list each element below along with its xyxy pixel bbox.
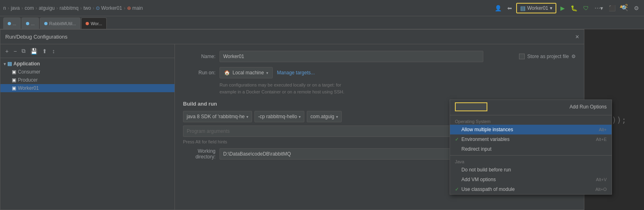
tab-1[interactable]: ... <box>22 17 39 29</box>
tree-item-worker01-label: Worker01 <box>18 85 39 91</box>
dialog-title-bar: Run/Debug Configurations × <box>0 30 584 44</box>
cp-dropdown[interactable]: -cp rabbitmq-hello ▾ <box>254 111 304 122</box>
cp-label: -cp rabbitmq-hello <box>258 114 297 119</box>
menu-item-no-build[interactable]: ✓ Do not build before run <box>450 165 612 175</box>
coverage-btn[interactable]: 🛡 <box>582 3 590 13</box>
back-btn[interactable]: ⬅ <box>506 3 514 13</box>
add-run-options-label: Add Run Options <box>570 104 607 110</box>
classpath-check-icon: ✓ <box>455 186 459 192</box>
sidebar: + − ⧉ 💾 ⬆ ↕ ▾ ▤ Application ▣ Consumer ▣ <box>0 44 175 210</box>
breadcrumb-n: n <box>3 5 6 11</box>
tab-0-icon <box>8 22 11 25</box>
store-as-project: Store as project file ⚙ <box>519 54 576 59</box>
tree-item-worker01[interactable]: ▣ Worker01 <box>0 84 174 92</box>
java-section-label: Java <box>450 157 612 165</box>
env-vars-check-icon: ✓ <box>455 136 459 142</box>
dialog-title: Run/Debug Configurations <box>5 34 67 40</box>
env-vars-shortcut: Alt+E <box>596 137 607 142</box>
copy-config-btn[interactable]: ⧉ <box>20 47 27 55</box>
menu-item-classpath[interactable]: ✓ Use classpath of module Alt+O <box>450 184 612 194</box>
run-icon: ▤ <box>520 5 526 11</box>
breadcrumb-java: java <box>11 5 20 11</box>
menu-item-env-vars-left: ✓ Environment variables <box>455 136 510 142</box>
menu-item-no-build-left: ✓ Do not build before run <box>455 167 511 173</box>
breadcrumb-atguigu: atguigu <box>39 5 54 11</box>
dialog-close-button[interactable]: × <box>575 34 579 40</box>
debug-btn[interactable]: 🐛 <box>569 3 579 13</box>
manage-targets-link[interactable]: Manage targets... <box>277 70 314 76</box>
tree-view: ▾ ▤ Application ▣ Consumer ▣ Producer ▣ … <box>0 58 174 210</box>
tab-worker-icon <box>86 22 89 25</box>
remove-config-btn[interactable]: − <box>12 47 18 55</box>
sdk-dropdown[interactable]: java 8 SDK of 'rabbitmq-he ▾ <box>183 111 252 122</box>
classpath-shortcut: Alt+O <box>595 187 607 192</box>
env-vars-label: Environment variables <box>461 136 510 142</box>
menu-divider-top <box>450 115 612 115</box>
tree-item-producer-label: Producer <box>18 77 38 83</box>
sdk-label: java 8 SDK of 'rabbitmq-he <box>187 114 245 119</box>
tab-bar: ... ... RabbitMUtil... Wor... <box>0 16 644 29</box>
tree-item-producer[interactable]: ▣ Producer <box>0 76 174 84</box>
run-btn[interactable]: ▶ <box>559 3 566 13</box>
main-class-dropdown[interactable]: com.atguig ▾ <box>307 111 342 122</box>
tree-item-consumer[interactable]: ▣ Consumer <box>0 68 174 76</box>
working-dir-label: Working directory: <box>183 148 215 160</box>
vm-options-shortcut: Alt+V <box>596 177 607 182</box>
dropdown-menu-header: Add Run Options <box>450 100 612 114</box>
tab-1-icon <box>26 22 29 25</box>
run-config-label: Worker01 <box>527 5 548 11</box>
redirect-input-label: Redirect input <box>461 146 491 152</box>
breadcrumb-worker01: ⊙ Worker01 <box>96 5 122 11</box>
stop-btn[interactable]: ⬛ <box>607 3 617 13</box>
menu-item-vm-options[interactable]: ✓ Add VM options Alt+V <box>450 175 612 184</box>
tab-rabbit-icon <box>44 22 47 25</box>
menu-item-env-vars[interactable]: ✓ Environment variables Alt+E <box>450 134 612 144</box>
store-as-project-label: Store as project file <box>527 54 569 59</box>
main-class-arrow-icon: ▾ <box>336 115 338 119</box>
consumer-icon: ▣ <box>12 69 16 75</box>
menu-item-allow-multiple[interactable]: ✓ Allow multiple instances Alt+ <box>450 125 612 134</box>
menu-item-redirect-input[interactable]: ✓ Redirect input <box>450 144 612 154</box>
menu-item-vm-left: ✓ Add VM options <box>455 177 496 182</box>
tab-rabbit-label: RabbitMUtil... <box>49 21 76 26</box>
allow-multiple-label: Allow multiple instances <box>461 127 513 132</box>
menu-item-allow-multiple-left: ✓ Allow multiple instances <box>455 127 513 132</box>
worker01-icon: ⊙ <box>96 5 100 11</box>
tab-worker[interactable]: Wor... <box>81 17 107 29</box>
worker01-tree-icon: ▣ <box>12 85 16 91</box>
dropdown-arrow-icon: ▾ <box>266 71 268 75</box>
main-class-label: com.atguig <box>310 114 334 119</box>
local-machine-dropdown[interactable]: 🏠 Local machine ▾ <box>220 67 273 78</box>
save-config-btn[interactable]: 💾 <box>29 47 39 55</box>
name-label: Name: <box>183 54 215 59</box>
move-up-btn[interactable]: ⬆ <box>41 47 49 55</box>
settings-btn[interactable]: ⚙ <box>632 3 641 13</box>
tab-0[interactable]: ... <box>3 17 21 29</box>
breadcrumb-main: ⊕ main <box>127 5 143 11</box>
application-icon: ▤ <box>7 61 12 67</box>
sort-btn[interactable]: ↕ <box>50 47 56 55</box>
main-icon: ⊕ <box>127 5 131 11</box>
allow-multiple-shortcut: Alt+ <box>599 127 607 132</box>
gear-icon: ⚙ <box>571 54 576 59</box>
breadcrumb-com: com <box>25 5 34 11</box>
home-icon: 🏠 <box>224 70 230 76</box>
profile-btn[interactable]: 👤 <box>493 3 503 13</box>
sdk-arrow-icon: ▾ <box>246 115 248 119</box>
more-run-btn[interactable]: ⋯▾ <box>593 3 605 13</box>
no-build-label: Do not build before run <box>461 167 511 173</box>
tab-rabbit[interactable]: RabbitMUtil... <box>40 17 80 29</box>
tree-application[interactable]: ▾ ▤ Application <box>0 60 174 68</box>
breadcrumb-two: two <box>83 5 91 11</box>
tree-item-consumer-label: Consumer <box>18 69 40 75</box>
menu-divider-java <box>450 155 612 156</box>
name-input[interactable] <box>220 51 483 62</box>
run-config-dropdown[interactable]: ▤ Worker01 ▾ <box>516 3 556 13</box>
tab-worker-label: Wor... <box>90 21 102 26</box>
breadcrumb: n › java › com › atguigu › rabbitmq › tw… <box>3 5 493 11</box>
tab-0-label: ... <box>13 21 16 26</box>
add-config-btn[interactable]: + <box>4 47 10 55</box>
run-on-row: Run on: 🏠 Local machine ▾ Manage targets… <box>183 67 576 78</box>
add-run-options-menu: Add Run Options Operating System ✓ Allow… <box>450 100 612 195</box>
store-as-project-checkbox[interactable] <box>519 54 525 59</box>
